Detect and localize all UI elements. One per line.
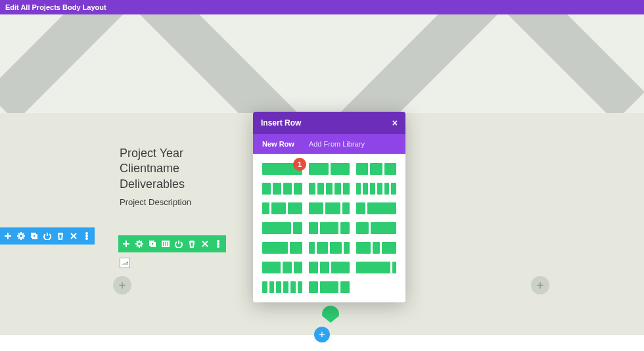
more-icon[interactable]	[83, 232, 91, 240]
dialog-close-icon[interactable]: ×	[392, 118, 398, 128]
broken-image-icon	[120, 258, 130, 268]
layout-1-2-1[interactable]	[309, 222, 349, 234]
duplicate-icon[interactable]	[149, 240, 156, 248]
svg-point-3	[86, 233, 87, 234]
top-bar-title: Edit All Projects Body Layout	[5, 3, 106, 11]
layout-2-2-1[interactable]	[309, 202, 349, 214]
layout-2-1-1[interactable]	[262, 262, 302, 273]
layout-6col[interactable]	[356, 183, 396, 195]
columns-icon[interactable]	[162, 240, 170, 248]
layout-3col[interactable]	[356, 163, 396, 175]
decor-stripe	[308, 14, 533, 113]
svg-point-0	[19, 234, 23, 238]
gear-icon[interactable]	[17, 232, 25, 240]
tab-new-row[interactable]: New Row	[262, 140, 294, 148]
section-toolbar	[0, 227, 95, 245]
power-icon[interactable]	[43, 232, 51, 240]
layout-1-1-2[interactable]	[309, 262, 349, 273]
power-icon[interactable]	[175, 240, 183, 248]
layout-3-1[interactable]	[262, 222, 302, 234]
trash-icon[interactable]	[188, 240, 196, 248]
dialog-title: Insert Row	[261, 118, 301, 128]
plus-glyph: +	[119, 279, 126, 292]
svg-rect-9	[162, 241, 169, 246]
top-bar: Edit All Projects Body Layout	[0, 0, 644, 14]
duplicate-icon[interactable]	[30, 232, 38, 240]
layout-3-1-thin[interactable]	[356, 262, 396, 273]
layout-1-2-2-1[interactable]	[309, 242, 349, 254]
callout-badge-1: 1	[293, 158, 306, 171]
layout-2-1[interactable]	[262, 242, 302, 254]
svg-point-6	[137, 242, 141, 246]
close-icon[interactable]	[70, 232, 78, 240]
layout-1-2-2[interactable]	[262, 202, 302, 214]
hero-background	[0, 14, 644, 113]
row-toolbar	[118, 235, 226, 252]
layout-1-2-1-b[interactable]	[309, 281, 349, 293]
layout-4col[interactable]	[262, 183, 302, 195]
more-icon[interactable]	[214, 240, 222, 248]
svg-point-10	[218, 241, 219, 242]
add-module-right-button[interactable]: +	[531, 276, 549, 294]
close-icon[interactable]	[201, 240, 209, 248]
decor-stripe	[104, 14, 329, 113]
layout-2-1-2[interactable]	[356, 242, 396, 254]
svg-point-5	[86, 238, 87, 239]
layout-1-3[interactable]	[356, 202, 396, 214]
svg-point-4	[86, 235, 87, 237]
layout-2col[interactable]	[309, 163, 349, 175]
plus-icon[interactable]	[4, 232, 12, 240]
layout-5col[interactable]	[309, 183, 349, 195]
layout-1-2[interactable]	[356, 222, 396, 234]
plus-glyph: +	[319, 329, 325, 340]
svg-point-12	[218, 246, 219, 247]
add-section-button[interactable]: +	[314, 327, 330, 342]
layout-6col-b[interactable]	[262, 281, 302, 293]
plus-icon[interactable]	[122, 240, 130, 248]
trash-icon[interactable]	[57, 232, 64, 240]
plus-glyph: +	[537, 279, 544, 292]
insert-row-dialog: Insert Row × New Row Add From Library	[253, 112, 405, 302]
gear-icon[interactable]	[135, 240, 143, 248]
add-module-left-button[interactable]: +	[113, 276, 131, 294]
dialog-tabs: New Row Add From Library	[253, 134, 405, 154]
row-layout-grid	[253, 154, 405, 302]
svg-point-11	[218, 243, 219, 245]
dialog-header[interactable]: Insert Row ×	[253, 112, 405, 134]
tab-add-from-library[interactable]: Add From Library	[309, 140, 365, 148]
